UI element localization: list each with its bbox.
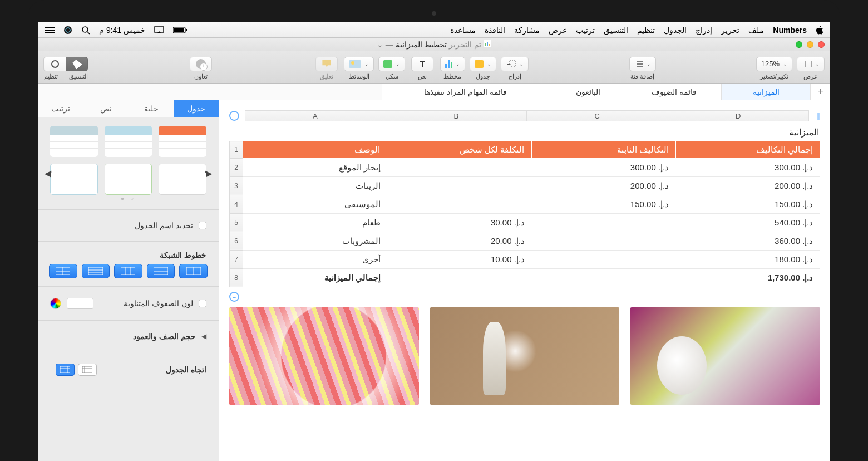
battery-icon[interactable]	[173, 27, 188, 33]
column-header[interactable]: C	[527, 110, 668, 121]
menu-organize[interactable]: تنظيم	[637, 26, 655, 35]
cell[interactable]	[387, 176, 531, 195]
format-button[interactable]	[66, 57, 88, 71]
menu-help[interactable]: مساعدة	[450, 26, 476, 35]
cell[interactable]: طعام	[243, 213, 387, 232]
col-header[interactable]: التكاليف الثابتة	[531, 141, 675, 159]
image-placeholder[interactable]	[630, 307, 820, 405]
menu-table[interactable]: الجدول	[664, 26, 687, 35]
view-button[interactable]: ⌄	[797, 57, 825, 71]
sheet-tab-active[interactable]: الميزانية	[721, 84, 810, 100]
siri-icon[interactable]	[63, 26, 72, 35]
cell[interactable]	[531, 213, 675, 232]
cell[interactable]: إجمالي الميزانية	[243, 268, 387, 287]
cell[interactable]: المشروبات	[243, 232, 387, 250]
cell[interactable]: د.إ.‏ 200.00	[675, 176, 820, 195]
row-number[interactable]: 5	[230, 213, 243, 232]
cell[interactable]	[387, 268, 531, 287]
cell[interactable]: د.إ.‏ 10.00	[387, 250, 531, 268]
styles-next-icon[interactable]: ▶	[205, 168, 212, 179]
table-style-swatch[interactable]	[50, 164, 98, 195]
row-number[interactable]: 3	[230, 176, 243, 195]
table-dir-rtl[interactable]	[56, 364, 75, 376]
alt-row-color-checkbox[interactable]	[199, 300, 206, 307]
cell[interactable]: د.إ.‏ 150.00	[675, 195, 820, 213]
comment-button[interactable]	[315, 57, 338, 71]
table-button[interactable]: ⌄	[470, 57, 496, 71]
canvas[interactable]: A B C D ‖ الميزانية 1 الوصف التكلفة لكل …	[219, 100, 830, 461]
gridlines-seg[interactable]	[82, 264, 110, 278]
col-header[interactable]: الوصف	[243, 141, 387, 159]
cell[interactable]: د.إ.‏ 300.00	[531, 158, 675, 176]
menu-file[interactable]: ملف	[748, 26, 764, 35]
cell[interactable]: د.إ.‏ 1,730.00	[675, 268, 820, 287]
cell[interactable]: د.إ.‏ 180.00	[675, 250, 820, 268]
cell[interactable]: الزينات	[243, 176, 387, 195]
media-button[interactable]: ⌄	[344, 57, 374, 71]
row-number[interactable]: 1	[230, 141, 243, 159]
cell[interactable]: د.إ.‏ 30.00	[387, 213, 531, 232]
sheet-tab[interactable]: البائعون	[549, 84, 627, 100]
zoom-button[interactable]: 125%⌄	[756, 57, 792, 71]
maximize-button[interactable]	[796, 41, 802, 48]
gridlines-seg[interactable]	[49, 264, 77, 278]
show-table-name-checkbox[interactable]	[199, 222, 206, 229]
col-header[interactable]: إجمالي التكاليف	[675, 141, 820, 159]
col-header[interactable]: التكلفة لكل شخص	[387, 141, 531, 159]
insert-button[interactable]: + ⌄	[501, 57, 529, 71]
cell[interactable]	[387, 195, 531, 213]
row-number[interactable]: 7	[230, 250, 243, 268]
row-number[interactable]: 8	[230, 268, 243, 287]
cell[interactable]	[531, 268, 675, 287]
addcategory-button[interactable]: ⌄	[629, 57, 656, 71]
chart-button[interactable]: ⌄	[440, 57, 465, 71]
add-column-handle[interactable]: ‖	[817, 112, 820, 120]
column-header[interactable]: D	[668, 110, 810, 121]
table-dir-ltr[interactable]	[78, 364, 97, 376]
gridlines-seg[interactable]	[147, 264, 175, 278]
shape-button[interactable]: ⌄	[378, 57, 405, 71]
table-style-swatch[interactable]	[105, 164, 152, 195]
gridlines-seg[interactable]	[114, 264, 142, 278]
cell[interactable]: د.إ.‏ 20.00	[387, 232, 531, 250]
table-style-swatch[interactable]	[50, 126, 98, 157]
inspector-tab-table[interactable]: جدول	[174, 100, 219, 117]
table-style-swatch[interactable]	[159, 126, 206, 157]
cell[interactable]: الموسيقى	[243, 195, 387, 213]
cell[interactable]	[531, 250, 675, 268]
menu-edit[interactable]: تحرير	[721, 26, 739, 35]
alt-row-color-picker[interactable]	[50, 298, 61, 309]
sheet-tab[interactable]: قائمة المهام المراد تنفيذها	[382, 84, 549, 100]
spotlight-icon[interactable]	[81, 26, 90, 35]
alt-row-color-well[interactable]	[67, 298, 93, 309]
row-number[interactable]: 6	[230, 232, 243, 250]
sheet-tab[interactable]: قائمة الضيوف	[627, 84, 721, 100]
add-sheet-button[interactable]: +	[810, 84, 830, 100]
gridlines-seg[interactable]	[179, 264, 208, 278]
collab-button[interactable]	[190, 57, 212, 71]
apple-logo-icon[interactable]	[816, 26, 823, 35]
cell[interactable]: د.إ.‏ 360.00	[675, 232, 820, 250]
text-button[interactable]: T	[411, 57, 433, 71]
table-style-swatch[interactable]	[105, 126, 152, 157]
column-header[interactable]: B	[386, 110, 527, 121]
inspector-tab-cell[interactable]: خلية	[129, 100, 174, 117]
menu-insert[interactable]: إدراج	[696, 26, 712, 35]
cell[interactable]: إيجار الموقع	[243, 158, 387, 176]
table-origin-handle[interactable]	[229, 111, 239, 121]
table-style-swatch[interactable]	[159, 164, 206, 195]
image-placeholder[interactable]	[229, 307, 419, 405]
disclosure-icon[interactable]: ◀	[201, 332, 206, 340]
column-header[interactable]: A	[245, 110, 386, 121]
close-button[interactable]	[818, 41, 825, 48]
cell[interactable]: د.إ.‏ 200.00	[531, 176, 675, 195]
cell[interactable]: د.إ.‏ 300.00	[675, 158, 820, 176]
menu-view[interactable]: عرض	[549, 26, 567, 35]
cell[interactable]	[387, 158, 531, 176]
row-number[interactable]: 4	[230, 195, 243, 213]
minimize-button[interactable]	[807, 41, 813, 48]
cell[interactable]: د.إ.‏ 540.00	[675, 213, 820, 232]
budget-table[interactable]: 1 الوصف التكلفة لكل شخص التكاليف الثابتة…	[229, 141, 820, 287]
menu-format[interactable]: التنسيق	[604, 26, 628, 35]
app-name[interactable]: Numbers	[773, 26, 807, 35]
